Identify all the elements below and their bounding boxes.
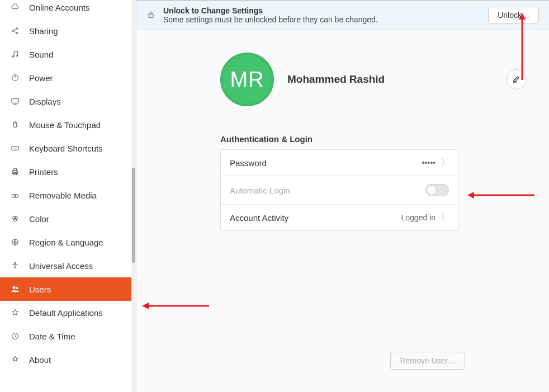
auth-settings-list: Password ••••• 〉 Automatic Login Account… <box>220 149 458 231</box>
svg-rect-32 <box>149 14 153 17</box>
settings-sidebar: Online Accounts Sharing Sound Power Disp… <box>0 0 136 392</box>
sidebar-item-label: Region & Language <box>29 238 103 247</box>
printer-icon <box>10 167 20 177</box>
users-icon <box>10 284 20 294</box>
accessibility-icon <box>10 261 20 271</box>
power-icon <box>10 73 20 83</box>
sidebar-item-label: About <box>29 355 51 365</box>
sidebar-item-color[interactable]: Color <box>0 207 136 230</box>
pencil-icon <box>512 74 521 85</box>
sidebar-item-printers[interactable]: Printers <box>0 160 136 183</box>
main-panel: Unlock to Change Settings Some settings … <box>136 0 549 392</box>
sidebar-item-displays[interactable]: Displays <box>0 89 136 113</box>
user-content: MR Mohammed Rashid Authentication & Logi… <box>136 30 549 392</box>
edit-name-button[interactable] <box>507 69 527 89</box>
star-icon <box>10 308 20 318</box>
svg-rect-19 <box>12 171 17 173</box>
color-icon <box>10 214 20 224</box>
displays-icon <box>10 96 20 106</box>
cloud-icon <box>10 2 20 12</box>
avatar[interactable]: MR <box>220 53 274 106</box>
lock-notice-text: Unlock to Change Settings Some settings … <box>163 6 480 24</box>
svg-point-28 <box>15 262 16 264</box>
svg-point-23 <box>15 195 16 197</box>
mouse-icon <box>10 120 20 130</box>
svg-rect-20 <box>13 169 16 171</box>
password-value: ••••• <box>422 158 436 167</box>
sidebar-item-users[interactable]: Users <box>0 277 136 301</box>
sidebar-item-label: Date & Time <box>29 332 75 341</box>
svg-line-3 <box>13 29 16 31</box>
sidebar-item-label: Printers <box>29 167 58 177</box>
account-activity-row[interactable]: Account Activity Logged in 〉 <box>221 205 458 230</box>
sidebar-item-label: Users <box>29 285 51 294</box>
chevron-right-icon: 〉 <box>441 158 449 168</box>
sidebar-item-default-apps[interactable]: Default Applications <box>0 301 136 324</box>
sidebar-item-label: Color <box>29 214 49 224</box>
row-label: Automatic Login <box>230 186 420 195</box>
globe-icon <box>10 237 20 247</box>
scrollbar[interactable] <box>131 0 136 392</box>
sidebar-item-universal-access[interactable]: Universal Access <box>0 254 136 277</box>
sidebar-item-removable-media[interactable]: Removable Media <box>0 183 136 207</box>
sidebar-item-sound[interactable]: Sound <box>0 42 136 66</box>
unlock-button[interactable]: Unlock… <box>488 7 539 23</box>
sidebar-item-label: Keyboard Shortcuts <box>29 144 103 153</box>
sidebar-item-datetime[interactable]: Date & Time <box>0 324 136 348</box>
music-icon <box>10 49 20 59</box>
chevron-right-icon: 〉 <box>441 212 449 223</box>
activity-value: Logged in <box>401 213 436 222</box>
svg-point-2 <box>16 32 18 34</box>
svg-rect-9 <box>12 98 18 103</box>
user-header: MR Mohammed Rashid <box>220 53 527 106</box>
svg-point-30 <box>16 287 18 289</box>
svg-point-29 <box>13 286 15 289</box>
remove-user-button[interactable]: Remove User… <box>390 352 465 370</box>
sidebar-item-power[interactable]: Power <box>0 66 136 89</box>
svg-rect-13 <box>12 147 18 150</box>
sidebar-item-label: Default Applications <box>29 308 103 318</box>
svg-point-6 <box>16 55 18 56</box>
user-name: Mohammed Rashid <box>287 73 493 86</box>
svg-rect-22 <box>12 195 18 197</box>
lock-notice-subtitle: Some settings must be unlocked before th… <box>163 15 480 24</box>
about-icon <box>10 355 20 365</box>
sidebar-item-label: Displays <box>29 97 61 106</box>
lock-notice-title: Unlock to Change Settings <box>163 6 480 15</box>
sidebar-item-label: Universal Access <box>29 261 93 271</box>
section-title: Authentication & Login <box>220 134 527 144</box>
toggle-knob <box>427 185 437 195</box>
sidebar-item-label: Mouse & Touchpad <box>29 120 101 130</box>
automatic-login-toggle[interactable] <box>425 184 449 196</box>
lock-icon <box>146 10 155 21</box>
sidebar-item-label: Power <box>29 73 53 83</box>
sidebar-item-label: Sound <box>29 50 53 59</box>
share-icon <box>10 26 20 36</box>
svg-point-0 <box>12 30 14 32</box>
lock-notice-bar: Unlock to Change Settings Some settings … <box>136 1 549 30</box>
sidebar-item-region[interactable]: Region & Language <box>0 230 136 254</box>
svg-point-1 <box>16 28 18 30</box>
row-label: Password <box>230 158 416 168</box>
svg-point-5 <box>12 56 14 58</box>
sidebar-item-about[interactable]: About <box>0 348 136 371</box>
sidebar-item-label: Online Accounts <box>29 3 89 12</box>
svg-line-4 <box>13 31 16 33</box>
sidebar-item-mouse[interactable]: Mouse & Touchpad <box>0 113 136 136</box>
sidebar-item-label: Sharing <box>29 26 58 36</box>
row-label: Account Activity <box>230 213 395 223</box>
keyboard-icon <box>10 143 20 153</box>
automatic-login-row: Automatic Login <box>221 176 458 205</box>
scrollbar-thumb[interactable] <box>132 168 135 263</box>
sidebar-item-sharing[interactable]: Sharing <box>0 19 136 42</box>
sidebar-item-online-accounts[interactable]: Online Accounts <box>0 0 136 19</box>
password-row[interactable]: Password ••••• 〉 <box>221 150 458 176</box>
sidebar-item-label: Removable Media <box>29 191 97 200</box>
sidebar-item-keyboard[interactable]: Keyboard Shortcuts <box>0 136 136 160</box>
disc-icon <box>10 190 20 200</box>
clock-icon <box>10 331 20 341</box>
